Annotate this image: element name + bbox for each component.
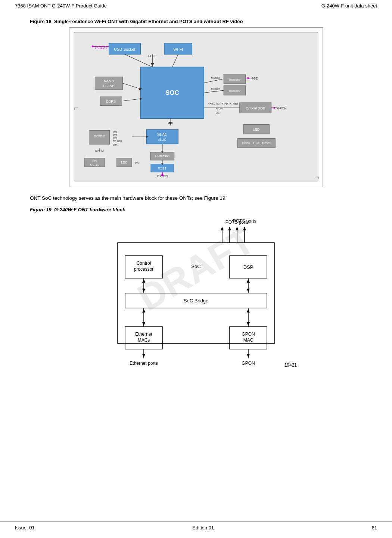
svg-text:SOC: SOC <box>165 89 179 96</box>
svg-text:1V2: 1V2 <box>113 137 117 140</box>
svg-text:Optical BOB: Optical BOB <box>246 106 265 110</box>
header-left: 7368 ISAM ONT G-240W-F Product Guide <box>15 3 107 9</box>
svg-marker-116 <box>247 289 250 292</box>
svg-text:MDI0/2: MDI0/2 <box>211 87 220 91</box>
svg-text:NAND: NAND <box>104 79 114 83</box>
svg-text:I2C: I2C <box>216 112 220 114</box>
hw-diagram-svg: POTS ports Control processor <box>95 218 297 368</box>
svg-text:Control: Control <box>137 261 151 266</box>
svg-marker-91 <box>228 227 231 230</box>
svg-text:FLASH: FLASH <box>103 84 115 88</box>
svg-text:Ethernet ports: Ethernet ports <box>130 361 158 366</box>
svg-marker-118 <box>142 309 145 312</box>
svg-marker-113 <box>142 289 145 292</box>
footer-left: Issue: 01 <box>15 525 35 531</box>
footer-center: Edition 01 <box>192 525 214 531</box>
svg-text:GPON: GPON <box>242 361 255 366</box>
figure-number: 19421 <box>284 363 297 368</box>
pots-ports-label: POTS ports <box>230 218 259 224</box>
figure18-svg: USB Socket WI-FI PCI-E SOC NAND FLASH <box>73 31 319 182</box>
svg-text:MDI0/2: MDI0/2 <box>211 76 220 80</box>
svg-text:DSP: DSP <box>243 264 253 270</box>
svg-text:Protection: Protection <box>155 154 169 158</box>
svg-text:1VX: 1VX <box>113 134 118 136</box>
page-header: 7368 ISAM ONT G-240W-F Product Guide G-2… <box>0 0 392 11</box>
svg-text:LED: LED <box>253 127 260 131</box>
svg-marker-121 <box>247 309 250 312</box>
svg-text:/SLIC: /SLIC <box>158 138 166 142</box>
svg-text:WI-FI: WI-FI <box>173 47 183 52</box>
svg-text:Ethernet: Ethernet <box>135 332 152 337</box>
svg-text:GPON: GPON <box>242 332 255 337</box>
svg-marker-122 <box>247 322 250 326</box>
svg-text:DDR3: DDR3 <box>106 99 116 103</box>
svg-text:processor: processor <box>134 267 154 272</box>
figure19-container: POTS ports POTS ports <box>95 218 297 368</box>
body-text: ONT SoC technology serves as the main ha… <box>30 195 362 202</box>
svg-marker-126 <box>247 354 250 358</box>
figure19-label: Figure 19 <box>30 207 52 212</box>
svg-text:RJ11: RJ11 <box>158 166 167 170</box>
svg-text:3V3: 3V3 <box>113 131 117 133</box>
svg-text:SoC Bridge: SoC Bridge <box>184 298 208 304</box>
svg-text:1V5: 1V5 <box>135 161 140 164</box>
svg-marker-119 <box>142 322 145 326</box>
svg-marker-89 <box>221 227 224 230</box>
svg-text:4GE: 4GE <box>252 77 258 80</box>
figure18-caption: Figure 18 Single-residence Wi-Fi ONT wit… <box>30 19 362 24</box>
svg-text:Adaptor: Adaptor <box>90 164 99 167</box>
svg-text:⌐: ⌐ <box>74 103 78 112</box>
svg-text:SoC: SoC <box>191 264 200 269</box>
svg-text:Transceiv: Transceiv <box>228 78 240 81</box>
figure19-title: G-240W-F ONT hardware block <box>54 207 125 212</box>
svg-text:¬: ¬ <box>315 173 319 181</box>
svg-marker-115 <box>247 279 250 283</box>
svg-marker-95 <box>243 227 246 230</box>
svg-marker-93 <box>236 227 239 230</box>
page-footer: Issue: 01 Edition 01 61 <box>0 522 392 531</box>
svg-text:GPON: GPON <box>277 106 287 110</box>
svg-text:5V_USB: 5V_USB <box>113 140 122 143</box>
svg-text:SLAC: SLAC <box>157 132 168 137</box>
svg-marker-112 <box>142 279 145 283</box>
figure18-container: USB Socket WI-FI PCI-E SOC NAND FLASH <box>69 27 323 187</box>
svg-text:RX/TX_SD,TX_PD,TX_Fault: RX/TX_SD,TX_PD,TX_Fault <box>208 102 238 105</box>
svg-text:MAC: MAC <box>243 338 253 343</box>
hw-diagram: POTS ports POTS ports <box>95 218 297 368</box>
svg-text:VBAT: VBAT <box>113 143 119 146</box>
svg-rect-52 <box>146 130 178 144</box>
svg-text:SifDes: SifDes <box>216 107 223 110</box>
svg-text:Clock , JTAG, Reset: Clock , JTAG, Reset <box>242 141 271 145</box>
figure19-caption: Figure 19 G-240W-F ONT hardware block <box>30 207 362 212</box>
svg-text:LDO: LDO <box>121 161 128 164</box>
svg-text:12V: 12V <box>92 159 97 163</box>
svg-text:MACs: MACs <box>138 338 150 343</box>
header-right: G-240W-F unit data sheet <box>321 3 377 9</box>
svg-text:Transceiv: Transceiv <box>228 89 240 93</box>
footer-right: 61 <box>372 525 377 531</box>
svg-text:DC/DC: DC/DC <box>94 134 105 138</box>
svg-marker-124 <box>142 354 145 358</box>
svg-text:USB Socket: USB Socket <box>114 47 135 52</box>
